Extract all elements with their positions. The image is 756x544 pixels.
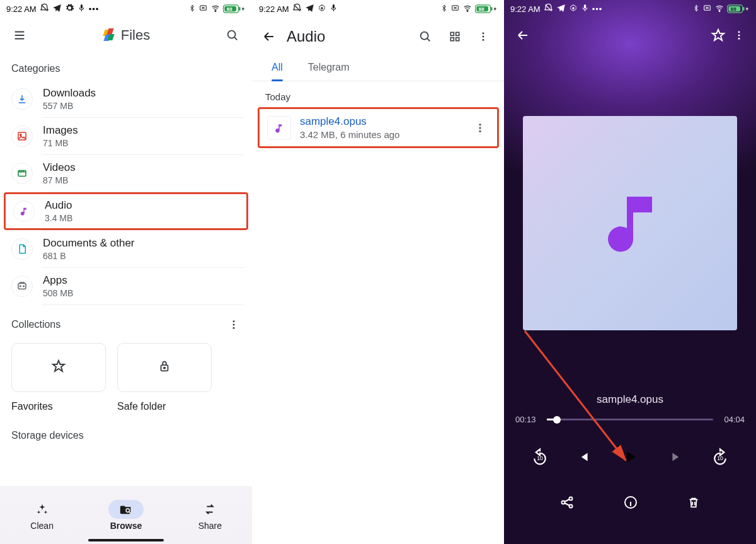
- dnd-icon: [292, 3, 302, 14]
- swap-icon: [192, 500, 227, 519]
- tab-telegram[interactable]: Telegram: [304, 55, 353, 81]
- bluetooth-icon: [188, 4, 196, 14]
- category-name: Documents & other: [43, 237, 241, 250]
- category-name: Downloads: [43, 87, 241, 100]
- seek-thumb[interactable]: [553, 416, 561, 424]
- svg-point-15: [233, 324, 235, 326]
- favorite-button[interactable]: [707, 24, 730, 47]
- svg-point-47: [738, 31, 740, 33]
- category-size: 87 MB: [43, 175, 241, 185]
- svg-point-48: [738, 35, 740, 37]
- screen-audio-list: 9:22 AM 88 Audio All Telegram Today: [252, 0, 504, 544]
- mic-icon: [581, 4, 589, 14]
- view-grid-button[interactable]: [445, 26, 465, 47]
- nav-browse[interactable]: Browse: [84, 486, 168, 544]
- svg-rect-32: [456, 38, 459, 41]
- x-box-icon: [702, 4, 712, 14]
- category-downloads[interactable]: Downloads 557 MB: [0, 81, 252, 117]
- nav-clean[interactable]: Clean: [0, 486, 84, 544]
- collections-more-button[interactable]: [224, 315, 243, 334]
- svg-point-33: [483, 32, 484, 34]
- svg-rect-31: [450, 38, 454, 41]
- seek-track[interactable]: [547, 419, 713, 420]
- tab-all[interactable]: All: [268, 55, 287, 81]
- files-logo-icon: [102, 28, 116, 42]
- statusbar: 9:22 AM ••• 88: [504, 0, 756, 18]
- svg-point-35: [483, 39, 484, 41]
- svg-text:10: 10: [717, 455, 723, 461]
- category-images[interactable]: Images 71 MB: [0, 118, 252, 154]
- svg-point-42: [719, 10, 720, 11]
- browse-icon: [108, 500, 144, 519]
- file-row[interactable]: sample4.opus 3.42 MB, 6 minutes ago: [258, 107, 499, 148]
- svg-text:88: 88: [479, 6, 484, 12]
- overflow-button[interactable]: [730, 26, 748, 45]
- screen-audio-player: 9:22 AM ••• 88 sample4.opus: [504, 0, 756, 544]
- back-button[interactable]: [512, 24, 534, 47]
- svg-point-28: [421, 32, 428, 40]
- mic-icon: [329, 4, 338, 14]
- tabs: All Telegram: [253, 55, 504, 81]
- favorites-card[interactable]: [11, 343, 106, 392]
- player-appbar: [504, 18, 756, 53]
- more-icon: •••: [592, 4, 603, 14]
- seek-bar[interactable]: 00:13 04:04: [504, 406, 756, 424]
- category-videos[interactable]: Videos 87 MB: [0, 155, 252, 192]
- svg-rect-11: [18, 284, 26, 289]
- forward-10-button[interactable]: 10: [707, 444, 733, 470]
- svg-rect-21: [333, 4, 335, 9]
- next-button[interactable]: [665, 445, 689, 469]
- share-button[interactable]: [556, 491, 578, 514]
- svg-point-12: [20, 286, 21, 287]
- status-time: 9:22 AM: [259, 4, 289, 14]
- play-button[interactable]: [612, 439, 648, 475]
- favorites-label: Favorites: [3, 397, 97, 416]
- track-title: sample4.opus: [504, 393, 756, 406]
- status-time: 9:22 AM: [510, 4, 541, 14]
- video-icon: [11, 163, 33, 184]
- music-note-icon: [592, 184, 668, 262]
- category-size: 508 MB: [43, 288, 241, 298]
- svg-rect-40: [584, 4, 586, 9]
- nav-share[interactable]: Share: [168, 486, 252, 544]
- rewind-10-button[interactable]: 10: [527, 444, 553, 470]
- battery-icon: 88: [727, 4, 750, 13]
- svg-point-9: [20, 134, 21, 136]
- previous-button[interactable]: [571, 445, 595, 469]
- star-icon: [51, 359, 66, 376]
- home-indicator[interactable]: [88, 539, 164, 541]
- back-button[interactable]: [258, 25, 280, 48]
- wifi-icon: [714, 4, 724, 14]
- menu-button[interactable]: [9, 25, 30, 46]
- category-name: Videos: [43, 161, 241, 174]
- category-name: Apps: [43, 274, 241, 287]
- category-documents[interactable]: Documents & other 681 B: [0, 231, 252, 267]
- category-audio[interactable]: Audio 3.4 MB: [4, 192, 248, 230]
- download-icon: [11, 88, 33, 110]
- time-duration: 04:04: [719, 415, 745, 424]
- app-title: Files: [121, 27, 150, 43]
- overflow-button[interactable]: [474, 27, 493, 46]
- search-button[interactable]: [415, 26, 436, 47]
- statusbar: 9:22 AM 88: [253, 0, 504, 18]
- svg-point-23: [467, 10, 468, 11]
- svg-rect-0: [81, 4, 83, 9]
- delete-button[interactable]: [683, 492, 704, 513]
- safefolder-card[interactable]: [117, 343, 212, 392]
- category-apps[interactable]: Apps 508 MB: [0, 268, 252, 304]
- svg-text:88: 88: [731, 6, 736, 12]
- bluetooth-icon: [440, 4, 448, 14]
- wifi-icon: [462, 4, 472, 14]
- category-size: 3.4 MB: [45, 213, 239, 223]
- gear-icon: [65, 3, 74, 14]
- gear-icon: [318, 4, 326, 14]
- time-elapsed: 00:13: [515, 415, 541, 424]
- file-overflow-button[interactable]: [471, 119, 490, 137]
- svg-point-39: [572, 7, 575, 9]
- search-button[interactable]: [222, 25, 243, 46]
- mic-icon: [77, 4, 86, 14]
- more-icon: •••: [89, 4, 100, 14]
- collections-label: Collections: [11, 319, 224, 330]
- image-icon: [11, 125, 33, 147]
- info-button[interactable]: [619, 491, 642, 514]
